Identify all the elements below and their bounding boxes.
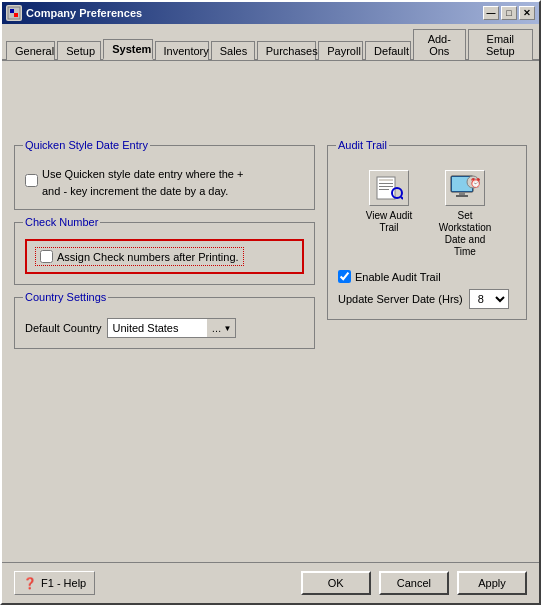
top-spacer xyxy=(14,73,527,133)
apply-button[interactable]: Apply xyxy=(457,571,527,595)
content-area: Quicken Style Date Entry Use Quicken sty… xyxy=(2,61,539,562)
window-title: Company Preferences xyxy=(26,7,483,19)
quicken-group-label: Quicken Style Date Entry xyxy=(23,139,150,151)
quicken-date-group: Quicken Style Date Entry Use Quicken sty… xyxy=(14,145,315,210)
set-workstation-item[interactable]: ⏰ Set Workstation Date and Time xyxy=(435,170,495,258)
close-button[interactable]: ✕ xyxy=(519,6,535,20)
svg-rect-12 xyxy=(459,192,465,195)
minimize-button[interactable]: — xyxy=(483,6,499,20)
title-bar: Company Preferences — □ ✕ xyxy=(2,2,539,24)
enable-audit-row: Enable Audit Trail xyxy=(338,270,516,283)
set-workstation-icon: ⏰ xyxy=(445,170,485,206)
tab-general[interactable]: General xyxy=(6,41,55,60)
assign-check-dotted: Assign Check numbers after Printing. xyxy=(35,247,244,266)
tab-purchases[interactable]: Purchases xyxy=(257,41,317,60)
check-number-box: Assign Check numbers after Printing. xyxy=(25,239,304,274)
tab-addons[interactable]: Add-Ons xyxy=(413,29,466,60)
window-icon xyxy=(6,5,22,21)
svg-rect-4 xyxy=(379,179,393,181)
quicken-checkbox-row: Use Quicken style date entry where the +… xyxy=(25,162,304,199)
svg-rect-13 xyxy=(456,195,468,197)
action-buttons: OK Cancel Apply xyxy=(301,571,527,595)
maximize-button[interactable]: □ xyxy=(501,6,517,20)
tab-payroll[interactable]: Payroll xyxy=(318,41,363,60)
tabs-bar: General Setup System Inventory Sales Pur… xyxy=(2,24,539,61)
bottom-spacer xyxy=(14,361,527,550)
ok-button[interactable]: OK xyxy=(301,571,371,595)
svg-rect-7 xyxy=(379,189,389,190)
check-number-label: Check Number xyxy=(23,216,100,228)
audit-trail-group: Audit Trail xyxy=(327,145,527,320)
bottom-bar: ❓ F1 - Help OK Cancel Apply xyxy=(2,562,539,603)
tab-sales[interactable]: Sales xyxy=(211,41,255,60)
svg-text:⏰: ⏰ xyxy=(470,177,481,189)
svg-line-9 xyxy=(401,197,403,199)
svg-rect-6 xyxy=(379,186,393,187)
view-audit-label: View Audit Trail xyxy=(359,210,419,234)
country-settings-group: Country Settings Default Country … ▼ xyxy=(14,297,315,349)
check-number-group: Check Number Assign Check numbers after … xyxy=(14,222,315,285)
audit-trail-label: Audit Trail xyxy=(336,139,389,151)
quicken-date-text: Use Quicken style date entry where the +… xyxy=(42,166,243,199)
country-dropdown-arrow: ▼ xyxy=(223,324,231,333)
country-row: Default Country … ▼ xyxy=(25,318,304,338)
view-audit-icon xyxy=(369,170,409,206)
update-server-select[interactable]: 8 4 12 24 xyxy=(469,289,509,309)
view-audit-trail-item[interactable]: View Audit Trail xyxy=(359,170,419,258)
assign-check-checkbox[interactable] xyxy=(40,250,53,263)
default-country-label: Default Country xyxy=(25,322,101,334)
enable-audit-checkbox[interactable] xyxy=(338,270,351,283)
quicken-date-checkbox[interactable] xyxy=(25,174,38,187)
tab-inventory[interactable]: Inventory xyxy=(155,41,209,60)
title-bar-buttons: — □ ✕ xyxy=(483,6,535,20)
tab-setup[interactable]: Setup xyxy=(57,41,101,60)
svg-rect-1 xyxy=(10,9,14,13)
company-preferences-window: Company Preferences — □ ✕ General Setup … xyxy=(0,0,541,605)
tab-emailsetup[interactable]: Email Setup xyxy=(468,29,533,60)
country-ellipsis-button[interactable]: … ▼ xyxy=(207,318,236,338)
assign-check-label: Assign Check numbers after Printing. xyxy=(57,251,239,263)
enable-audit-label: Enable Audit Trail xyxy=(355,271,441,283)
right-panel: Audit Trail xyxy=(327,145,527,349)
svg-rect-5 xyxy=(379,183,393,184)
svg-rect-2 xyxy=(14,13,18,17)
main-panels: Quicken Style Date Entry Use Quicken sty… xyxy=(14,145,527,349)
audit-icons: View Audit Trail ⏰ xyxy=(338,162,516,266)
ellipsis-icon: … xyxy=(211,323,221,334)
country-group-label: Country Settings xyxy=(23,291,108,303)
country-input[interactable] xyxy=(107,318,207,338)
update-server-row: Update Server Date (Hrs) 8 4 12 24 xyxy=(338,289,516,309)
set-workstation-label: Set Workstation Date and Time xyxy=(435,210,495,258)
help-button[interactable]: ❓ F1 - Help xyxy=(14,571,95,595)
help-icon: ❓ xyxy=(23,577,37,590)
country-input-group: … ▼ xyxy=(107,318,236,338)
tab-default[interactable]: Default xyxy=(365,41,411,60)
cancel-button[interactable]: Cancel xyxy=(379,571,449,595)
left-panel: Quicken Style Date Entry Use Quicken sty… xyxy=(14,145,315,349)
help-label: F1 - Help xyxy=(41,577,86,589)
tab-system[interactable]: System xyxy=(103,39,152,60)
update-server-label: Update Server Date (Hrs) xyxy=(338,293,463,305)
